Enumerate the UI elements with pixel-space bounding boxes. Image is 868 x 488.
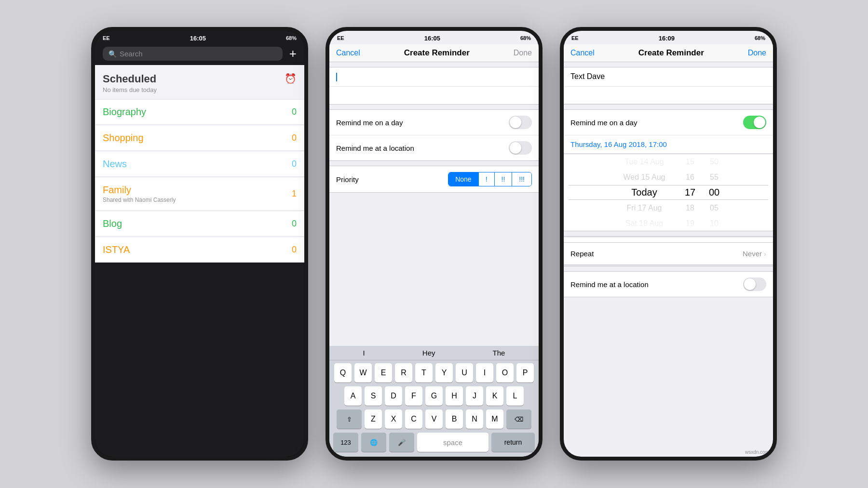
location-toggle-3[interactable] bbox=[743, 277, 766, 291]
key-f[interactable]: F bbox=[405, 386, 422, 406]
picker-col-day[interactable]: Mon 13 Aug Tue 14 Aug Wed 15 Aug Today F… bbox=[610, 154, 678, 231]
reminder-title-input[interactable] bbox=[329, 67, 539, 87]
status-carrier-1: EE bbox=[103, 35, 110, 41]
list-item[interactable]: Family Shared with Naomi Casserly 1 bbox=[95, 178, 304, 211]
reminder-title-3[interactable]: Text Dave bbox=[564, 67, 773, 87]
key-d[interactable]: D bbox=[385, 386, 402, 406]
list-item[interactable]: ISTYA 0 bbox=[95, 237, 304, 263]
phone-3: EE 16:09 68% Cancel Create Reminder Done… bbox=[560, 27, 777, 461]
picker-inner: Mon 13 Aug Tue 14 Aug Wed 15 Aug Today F… bbox=[610, 154, 726, 231]
done-button-3[interactable]: Done bbox=[748, 49, 766, 57]
key-s[interactable]: S bbox=[365, 386, 382, 406]
key-z[interactable]: Z bbox=[365, 409, 382, 429]
list-item[interactable]: Biography 0 bbox=[95, 100, 304, 125]
remind-day-option[interactable]: Remind me on a day bbox=[329, 110, 539, 135]
priority-medium[interactable]: !! bbox=[495, 172, 513, 186]
scheduled-icon: ⏰ bbox=[285, 73, 297, 84]
cancel-button-3[interactable]: Cancel bbox=[570, 49, 595, 57]
key-shift[interactable]: ⇧ bbox=[337, 409, 362, 429]
add-button[interactable]: + bbox=[289, 46, 297, 61]
key-mic[interactable]: 🎤 bbox=[389, 433, 414, 452]
date-picker[interactable]: Mon 13 Aug Tue 14 Aug Wed 15 Aug Today F… bbox=[564, 154, 773, 231]
keyboard-rows: Q W E R T Y U I O P A S D F G H bbox=[329, 360, 539, 457]
picker-col-hour[interactable]: 14 15 16 17 18 19 20 bbox=[678, 154, 702, 231]
picker-hour-5: 19 bbox=[678, 216, 702, 231]
key-n[interactable]: N bbox=[466, 409, 483, 429]
key-g[interactable]: G bbox=[425, 386, 443, 406]
scheduled-section: Scheduled ⏰ No items due today bbox=[95, 65, 304, 100]
key-j[interactable]: J bbox=[466, 386, 483, 406]
status-time-3: 16:09 bbox=[659, 35, 675, 42]
remind-day-option-3[interactable]: Remind me on a day bbox=[564, 110, 773, 135]
location-option-3[interactable]: Remind me at a location bbox=[564, 272, 773, 297]
key-l[interactable]: L bbox=[506, 386, 524, 406]
picker-min-4: 05 bbox=[702, 200, 726, 216]
key-r[interactable]: R bbox=[395, 363, 412, 382]
key-v[interactable]: V bbox=[425, 409, 443, 429]
key-t[interactable]: T bbox=[415, 363, 433, 382]
list-count-news: 0 bbox=[292, 159, 297, 169]
key-y[interactable]: Y bbox=[435, 363, 453, 382]
key-m[interactable]: M bbox=[486, 409, 503, 429]
cancel-button-2[interactable]: Cancel bbox=[336, 49, 360, 57]
key-o[interactable]: O bbox=[496, 363, 514, 382]
key-e[interactable]: E bbox=[375, 363, 392, 382]
search-bar[interactable]: 🔍 Search bbox=[103, 47, 283, 61]
status-battery-3: 68% bbox=[755, 35, 765, 41]
picker-min-5: 10 bbox=[702, 216, 726, 231]
list-count-istya: 0 bbox=[292, 245, 297, 255]
priority-low[interactable]: ! bbox=[479, 172, 495, 186]
list-item[interactable]: News 0 bbox=[95, 152, 304, 177]
key-123[interactable]: 123 bbox=[333, 433, 358, 452]
key-w[interactable]: W bbox=[354, 363, 372, 382]
key-a[interactable]: A bbox=[344, 386, 362, 406]
priority-none[interactable]: None bbox=[448, 172, 478, 186]
key-u[interactable]: U bbox=[456, 363, 473, 382]
nav-bar-3: Cancel Create Reminder Done bbox=[564, 44, 773, 62]
done-button-2[interactable]: Done bbox=[514, 49, 532, 57]
remind-day-toggle[interactable] bbox=[509, 116, 532, 129]
keyboard-row-1: Q W E R T Y U I O P bbox=[331, 363, 537, 382]
key-k[interactable]: K bbox=[486, 386, 503, 406]
list-content: Scheduled ⏰ No items due today Biography… bbox=[95, 65, 304, 263]
suggestion-the[interactable]: The bbox=[493, 349, 505, 357]
phone-2: EE 16:05 68% Cancel Create Reminder Done… bbox=[326, 27, 542, 461]
key-space[interactable]: space bbox=[417, 433, 488, 452]
search-input[interactable]: Search bbox=[120, 50, 143, 58]
reminder-note-3[interactable] bbox=[564, 87, 773, 104]
key-i[interactable]: I bbox=[476, 363, 493, 382]
date-highlight[interactable]: Thursday, 16 Aug 2018, 17:00 bbox=[564, 135, 773, 154]
remind-location-option[interactable]: Remind me at a location bbox=[329, 135, 539, 160]
key-p[interactable]: P bbox=[516, 363, 534, 382]
key-c[interactable]: C bbox=[405, 409, 422, 429]
reminder-note-input[interactable] bbox=[329, 87, 539, 104]
remind-day-toggle-3[interactable] bbox=[743, 116, 766, 129]
suggestion-hey[interactable]: Hey bbox=[422, 349, 435, 357]
scheduled-title: Scheduled bbox=[103, 73, 156, 85]
status-carrier-2: EE bbox=[337, 35, 344, 41]
suggestion-i[interactable]: I bbox=[363, 349, 365, 357]
toggle-knob bbox=[510, 117, 521, 128]
list-count-shopping: 0 bbox=[292, 133, 297, 143]
cursor bbox=[336, 73, 337, 81]
key-globe[interactable]: 🌐 bbox=[361, 433, 386, 452]
key-return[interactable]: return bbox=[491, 433, 535, 452]
picker-line-top bbox=[569, 185, 768, 185]
priority-label: Priority bbox=[336, 175, 359, 184]
priority-high[interactable]: !!! bbox=[512, 172, 531, 186]
key-q[interactable]: Q bbox=[334, 363, 352, 382]
key-delete[interactable]: ⌫ bbox=[506, 409, 531, 429]
list-item[interactable]: Blog 0 bbox=[95, 211, 304, 237]
remind-location-toggle[interactable] bbox=[509, 141, 532, 155]
list-item[interactable]: Shopping 0 bbox=[95, 126, 304, 151]
key-b[interactable]: B bbox=[446, 409, 463, 429]
key-x[interactable]: X bbox=[385, 409, 402, 429]
key-h[interactable]: H bbox=[446, 386, 463, 406]
list-count-biography: 0 bbox=[292, 107, 297, 117]
picker-hour-4: 18 bbox=[678, 200, 702, 216]
keyboard-suggestions: I Hey The bbox=[329, 346, 539, 360]
picker-col-minute[interactable]: 45 50 55 00 05 10 15 bbox=[702, 154, 726, 231]
picker-hour-2: 16 bbox=[678, 170, 702, 185]
location-label-3: Remind me at a location bbox=[570, 280, 649, 289]
repeat-row[interactable]: Repeat Never › bbox=[564, 242, 773, 265]
